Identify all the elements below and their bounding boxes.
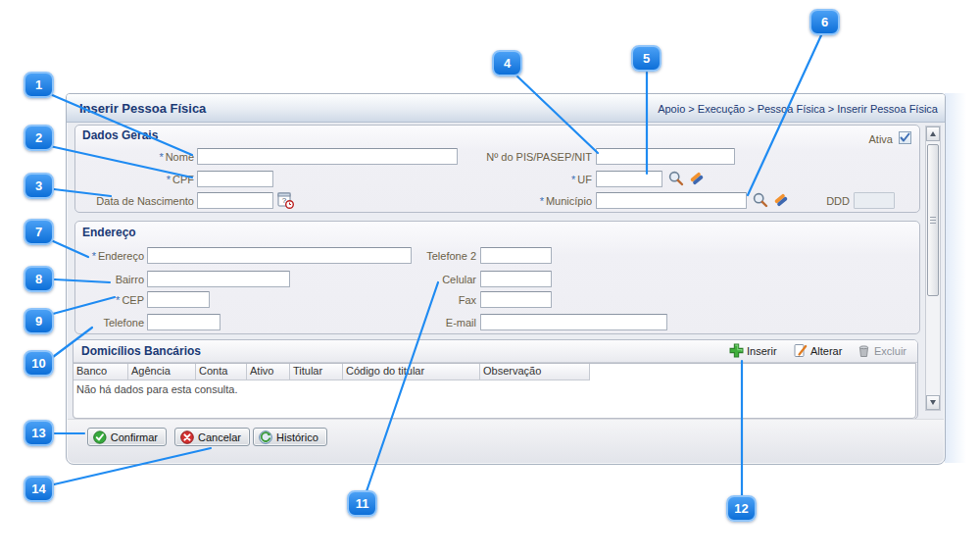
cpf-input[interactable] <box>197 171 273 187</box>
window-chrome-edge <box>945 93 970 463</box>
inserir-label: Inserir <box>747 345 777 357</box>
fax-label: Fax <box>390 294 476 306</box>
cancelar-label: Cancelar <box>198 431 241 443</box>
scroll-down-button[interactable] <box>926 395 940 410</box>
scrollbar-thumb[interactable] <box>927 144 939 296</box>
breadcrumb[interactable]: Apoio > Execução > Pessoa Física > Inser… <box>658 103 938 115</box>
col-titular[interactable]: Titular <box>290 364 343 380</box>
bancarios-table-header: Banco Agência Conta Ativo Titular Código… <box>74 364 915 380</box>
col-conta[interactable]: Conta <box>196 364 247 380</box>
uf-clear-icon[interactable] <box>688 170 706 187</box>
callout-badge-10: 10 <box>24 350 54 377</box>
callout-badge-5: 5 <box>631 45 662 72</box>
app-window: Inserir Pessoa Física Apoio > Execução >… <box>66 93 946 465</box>
callout-badge-2: 2 <box>24 125 54 151</box>
scroll-up-button[interactable] <box>926 127 940 141</box>
cpf-label: *CPF <box>74 174 194 185</box>
callout-badge-13: 13 <box>24 420 54 446</box>
excluir-button[interactable]: Excluir <box>857 343 906 358</box>
section-title-bancarios: Domicílios Bancários <box>81 344 201 358</box>
history-clock-icon <box>259 430 272 444</box>
excluir-label: Excluir <box>874 345 906 357</box>
col-banco[interactable]: Banco <box>74 364 128 380</box>
cancelar-button[interactable]: Cancelar <box>174 428 250 446</box>
telefone-label: Telefone <box>74 317 144 329</box>
callout-badge-8: 8 <box>24 266 54 292</box>
nascimento-input[interactable] <box>197 192 273 209</box>
ddd-input <box>854 192 895 209</box>
screenshot-stage: Inserir Pessoa Física Apoio > Execução >… <box>0 0 980 557</box>
callout-badge-4: 4 <box>492 50 522 76</box>
historico-button[interactable]: Histórico <box>253 428 327 446</box>
section-title-dados-gerais: Dados Gerais <box>82 128 158 142</box>
email-label: E-mail <box>390 317 476 329</box>
municipio-label: *Município <box>459 195 592 207</box>
bairro-input[interactable] <box>147 271 290 287</box>
celular-input[interactable] <box>480 271 552 287</box>
trash-icon <box>857 343 871 358</box>
table-empty-message: Não há dados para esta consulta. <box>76 383 238 395</box>
check-icon <box>900 132 910 143</box>
callout-badge-12: 12 <box>726 495 757 522</box>
edit-icon <box>793 343 808 358</box>
ativa-label: Ativa <box>846 133 893 145</box>
telefone2-label: Telefone 2 <box>390 250 476 262</box>
uf-search-icon[interactable] <box>667 170 685 187</box>
bancarios-table: Banco Agência Conta Ativo Titular Código… <box>73 363 916 419</box>
cep-label: *CEP <box>74 294 144 306</box>
municipio-search-icon[interactable] <box>752 191 769 209</box>
callout-badge-7: 7 <box>24 219 54 245</box>
telefone-input[interactable] <box>147 314 220 330</box>
thumb-grip <box>930 220 936 221</box>
historico-label: Histórico <box>276 431 318 443</box>
callout-badge-1: 1 <box>24 72 54 98</box>
cancel-x-icon <box>180 430 194 444</box>
callout-badge-11: 11 <box>347 490 377 517</box>
inserir-button[interactable]: Inserir <box>729 343 777 358</box>
callout-badge-3: 3 <box>24 173 54 199</box>
scroll-up-icon <box>930 131 936 136</box>
nascimento-label: Data de Nascimento <box>74 195 194 207</box>
col-ativo[interactable]: Ativo <box>247 364 290 380</box>
scroll-down-icon <box>930 400 936 405</box>
uf-input[interactable] <box>596 171 662 187</box>
col-observacao[interactable]: Observação <box>480 364 590 380</box>
bairro-label: Bairro <box>74 274 144 285</box>
pis-label: Nº do PIS/PASEP/NIT <box>459 151 592 163</box>
vertical-scrollbar[interactable] <box>925 126 941 411</box>
calendar-icon[interactable]: ? <box>277 191 295 209</box>
nome-input[interactable] <box>197 148 458 165</box>
endereco-label: *Endereço <box>74 250 144 262</box>
callout-badge-14: 14 <box>24 476 54 502</box>
alterar-label: Alterar <box>810 345 842 357</box>
ddd-label: DDD <box>808 195 850 207</box>
thumb-grip <box>930 217 936 218</box>
nome-label: *Nome <box>74 151 194 163</box>
confirm-check-icon <box>93 430 107 444</box>
uf-label: *UF <box>459 174 592 185</box>
confirmar-button[interactable]: Confirmar <box>87 428 167 446</box>
page-header: Inserir Pessoa Física Apoio > Execução >… <box>67 94 945 123</box>
endereco-input[interactable] <box>147 247 412 264</box>
callout-badge-9: 9 <box>24 308 54 334</box>
email-input[interactable] <box>480 314 667 330</box>
col-codigo-titular[interactable]: Código do titular <box>343 364 480 380</box>
cep-input[interactable] <box>147 291 210 308</box>
confirmar-label: Confirmar <box>111 431 158 443</box>
plus-icon <box>729 343 744 358</box>
callout-badge-6: 6 <box>809 9 840 35</box>
celular-label: Celular <box>390 274 476 285</box>
alterar-button[interactable]: Alterar <box>793 343 842 358</box>
col-agencia[interactable]: Agência <box>128 364 196 380</box>
pis-input[interactable] <box>596 148 735 165</box>
ativa-checkbox[interactable] <box>899 131 911 144</box>
municipio-input[interactable] <box>596 192 747 209</box>
municipio-clear-icon[interactable] <box>772 191 790 209</box>
thumb-grip <box>930 223 936 224</box>
section-title-endereco: Endereço <box>82 226 136 239</box>
page-title: Inserir Pessoa Física <box>79 101 206 116</box>
telefone2-input[interactable] <box>480 247 552 264</box>
fax-input[interactable] <box>480 291 552 308</box>
